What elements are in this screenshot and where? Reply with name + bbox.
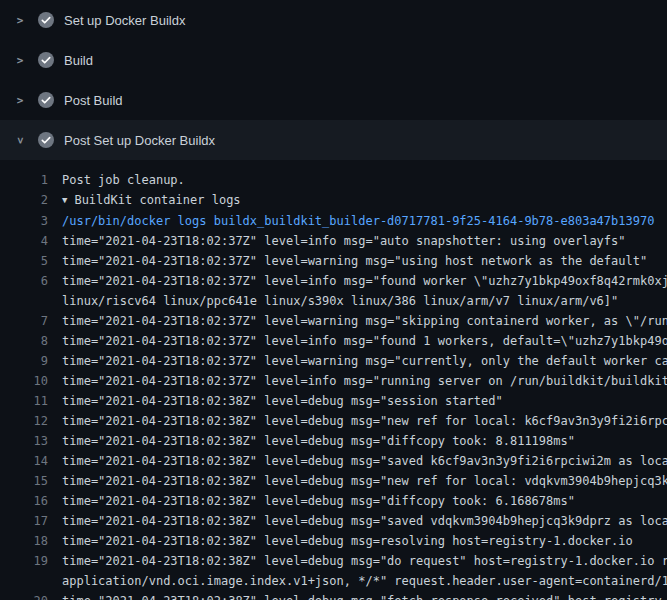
line-number[interactable]: 5 [0, 251, 48, 271]
log-line: 8time="2021-04-23T18:02:37Z" level=info … [0, 331, 667, 351]
log-line: 9time="2021-04-23T18:02:37Z" level=warni… [0, 351, 667, 371]
log-line: 10time="2021-04-23T18:02:37Z" level=info… [0, 371, 667, 391]
line-number[interactable]: 17 [0, 511, 48, 531]
log-text: time="2021-04-23T18:02:37Z" level=warnin… [48, 351, 667, 371]
log-line: 17time="2021-04-23T18:02:38Z" level=debu… [0, 511, 667, 531]
chevron-down-icon: > [14, 132, 27, 148]
line-number[interactable]: 4 [0, 231, 48, 251]
step-header-post-set-up-docker-buildx[interactable]: >Post Set up Docker Buildx [0, 120, 667, 160]
log-line: 2▼BuildKit container logs [0, 190, 667, 211]
log-text: Post job cleanup. [48, 170, 667, 190]
line-number[interactable]: 3 [0, 211, 48, 231]
line-number[interactable]: 6 [0, 271, 48, 291]
steps-list: >Set up Docker Buildx>Build>Post Build>P… [0, 0, 667, 160]
step-header-build[interactable]: >Build [0, 40, 667, 80]
check-circle-icon [38, 52, 54, 68]
step-label: Build [64, 53, 93, 68]
log-line: 19time="2021-04-23T18:02:38Z" level=debu… [0, 551, 667, 571]
step-label: Post Build [64, 93, 123, 108]
line-number[interactable]: 10 [0, 371, 48, 391]
log-line: 15time="2021-04-23T18:02:38Z" level=debu… [0, 471, 667, 491]
log-line: application/vnd.oci.image.index.v1+json,… [0, 571, 667, 591]
log-line: 16time="2021-04-23T18:02:38Z" level=debu… [0, 491, 667, 511]
log-area: 1Post job cleanup.2▼BuildKit container l… [0, 160, 667, 600]
step-header-set-up-docker-buildx[interactable]: >Set up Docker Buildx [0, 0, 667, 40]
log-text: time="2021-04-23T18:02:38Z" level=debug … [48, 551, 667, 571]
log-line: 1Post job cleanup. [0, 170, 667, 190]
log-line: 4time="2021-04-23T18:02:37Z" level=info … [0, 231, 667, 251]
line-number[interactable]: 1 [0, 170, 48, 190]
line-number[interactable]: 12 [0, 411, 48, 431]
log-text: time="2021-04-23T18:02:37Z" level=info m… [48, 371, 667, 391]
log-text: time="2021-04-23T18:02:37Z" level=warnin… [48, 311, 667, 331]
line-number[interactable]: 19 [0, 551, 48, 571]
line-number [0, 571, 48, 591]
line-number[interactable]: 14 [0, 451, 48, 471]
log-line: 12time="2021-04-23T18:02:38Z" level=debu… [0, 411, 667, 431]
line-number[interactable]: 20 [0, 591, 48, 600]
check-circle-icon [38, 12, 54, 28]
line-number [0, 291, 48, 311]
log-text: time="2021-04-23T18:02:38Z" level=debug … [48, 431, 667, 451]
check-circle-icon [38, 132, 54, 148]
group-collapse-triangle-icon[interactable]: ▼ [62, 190, 67, 210]
line-number[interactable]: 13 [0, 431, 48, 451]
log-text: time="2021-04-23T18:02:38Z" level=debug … [48, 531, 667, 551]
line-number[interactable]: 18 [0, 531, 48, 551]
log-command-text[interactable]: /usr/bin/docker logs buildx_buildkit_bui… [48, 211, 667, 231]
line-number[interactable]: 15 [0, 471, 48, 491]
line-number[interactable]: 8 [0, 331, 48, 351]
chevron-right-icon: > [12, 54, 28, 67]
log-text: time="2021-04-23T18:02:37Z" level=warnin… [48, 251, 667, 271]
log-line: 11time="2021-04-23T18:02:38Z" level=debu… [0, 391, 667, 411]
log-text: time="2021-04-23T18:02:38Z" level=debug … [48, 491, 667, 511]
check-circle-icon [38, 92, 54, 108]
step-label: Set up Docker Buildx [64, 13, 185, 28]
workflow-log-viewer: >Set up Docker Buildx>Build>Post Build>P… [0, 0, 667, 600]
log-line: 14time="2021-04-23T18:02:38Z" level=debu… [0, 451, 667, 471]
line-number[interactable]: 2 [0, 190, 48, 211]
log-line: linux/riscv64 linux/ppc641e linux/s390x … [0, 291, 667, 311]
log-line: 20time="2021-04-23T18:02:38Z" level=debu… [0, 591, 667, 600]
log-line: 6time="2021-04-23T18:02:37Z" level=info … [0, 271, 667, 291]
log-text[interactable]: ▼BuildKit container logs [48, 190, 667, 211]
log-line: 18time="2021-04-23T18:02:38Z" level=debu… [0, 531, 667, 551]
log-text: time="2021-04-23T18:02:37Z" level=info m… [48, 271, 667, 291]
log-text: time="2021-04-23T18:02:38Z" level=debug … [48, 591, 667, 600]
line-number[interactable]: 9 [0, 351, 48, 371]
log-text: time="2021-04-23T18:02:38Z" level=debug … [48, 391, 667, 411]
log-text: time="2021-04-23T18:02:37Z" level=info m… [48, 231, 667, 251]
log-text: time="2021-04-23T18:02:38Z" level=debug … [48, 411, 667, 431]
line-number[interactable]: 16 [0, 491, 48, 511]
log-text: time="2021-04-23T18:02:38Z" level=debug … [48, 451, 667, 471]
chevron-right-icon: > [12, 14, 28, 27]
log-line: 5time="2021-04-23T18:02:37Z" level=warni… [0, 251, 667, 271]
log-text: time="2021-04-23T18:02:37Z" level=info m… [48, 331, 667, 351]
step-header-post-build[interactable]: >Post Build [0, 80, 667, 120]
log-text: time="2021-04-23T18:02:38Z" level=debug … [48, 471, 667, 491]
line-number[interactable]: 11 [0, 391, 48, 411]
log-line: 3/usr/bin/docker logs buildx_buildkit_bu… [0, 211, 667, 231]
step-label: Post Set up Docker Buildx [64, 133, 215, 148]
line-number[interactable]: 7 [0, 311, 48, 331]
chevron-right-icon: > [12, 94, 28, 107]
log-text: time="2021-04-23T18:02:38Z" level=debug … [48, 511, 667, 531]
log-text: application/vnd.oci.image.index.v1+json,… [48, 571, 667, 591]
log-line: 13time="2021-04-23T18:02:38Z" level=debu… [0, 431, 667, 451]
log-text: linux/riscv64 linux/ppc641e linux/s390x … [48, 291, 667, 311]
log-line: 7time="2021-04-23T18:02:37Z" level=warni… [0, 311, 667, 331]
